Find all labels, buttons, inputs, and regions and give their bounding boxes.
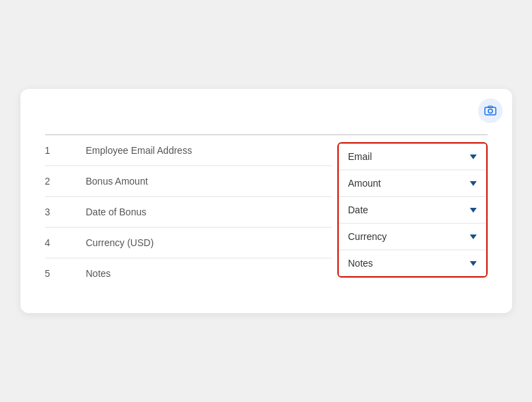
header-cell: Notes bbox=[86, 258, 332, 289]
chevron-down-icon bbox=[470, 261, 477, 266]
dropdown-label: Amount bbox=[348, 178, 381, 189]
header-cell: Currency (USD) bbox=[86, 228, 332, 258]
dropdown-item[interactable]: Email bbox=[339, 144, 486, 170]
dropdown-item[interactable]: Date bbox=[339, 197, 486, 224]
svg-point-1 bbox=[488, 109, 492, 113]
namely-field-border-box: EmailAmountDateCurrencyNotes bbox=[337, 142, 488, 278]
mapping-card: 1Employee Email Address2Bonus Amount3Dat… bbox=[20, 89, 512, 313]
left-table: 1Employee Email Address2Bonus Amount3Dat… bbox=[45, 135, 332, 289]
chevron-down-icon bbox=[470, 155, 477, 159]
chevron-down-icon bbox=[470, 234, 477, 239]
namely-field-column: EmailAmountDateCurrencyNotes bbox=[332, 135, 488, 289]
header-cell: Bonus Amount bbox=[86, 166, 332, 197]
chevron-down-icon bbox=[470, 208, 477, 213]
dropdown-item[interactable]: Amount bbox=[339, 170, 486, 197]
index-cell: 4 bbox=[45, 228, 86, 258]
camera-icon-wrap bbox=[478, 98, 503, 123]
header-cell: Employee Email Address bbox=[86, 135, 332, 166]
dropdown-label: Notes bbox=[348, 258, 374, 269]
mapping-table bbox=[45, 126, 488, 135]
table-row: 1Employee Email Address bbox=[45, 135, 332, 166]
table-body-wrapper: 1Employee Email Address2Bonus Amount3Dat… bbox=[45, 135, 488, 289]
dropdown-item[interactable]: Currency bbox=[339, 224, 486, 250]
index-cell: 1 bbox=[45, 135, 86, 166]
dropdown-label: Date bbox=[348, 204, 369, 215]
dropdown-label: Currency bbox=[348, 231, 387, 242]
table-row: 4Currency (USD) bbox=[45, 228, 332, 258]
table-row: 5Notes bbox=[45, 258, 332, 289]
index-cell: 3 bbox=[45, 197, 86, 228]
index-cell: 2 bbox=[45, 166, 86, 197]
table-row: 3Date of Bonus bbox=[45, 197, 332, 228]
col-namely-field-header bbox=[45, 126, 488, 135]
header-cell: Date of Bonus bbox=[86, 197, 332, 228]
camera-icon bbox=[484, 104, 497, 118]
svg-rect-0 bbox=[485, 107, 496, 115]
chevron-down-icon bbox=[470, 181, 477, 186]
table-row: 2Bonus Amount bbox=[45, 166, 332, 197]
dropdown-label: Email bbox=[348, 151, 372, 162]
index-cell: 5 bbox=[45, 258, 86, 289]
dropdown-item[interactable]: Notes bbox=[339, 250, 486, 276]
